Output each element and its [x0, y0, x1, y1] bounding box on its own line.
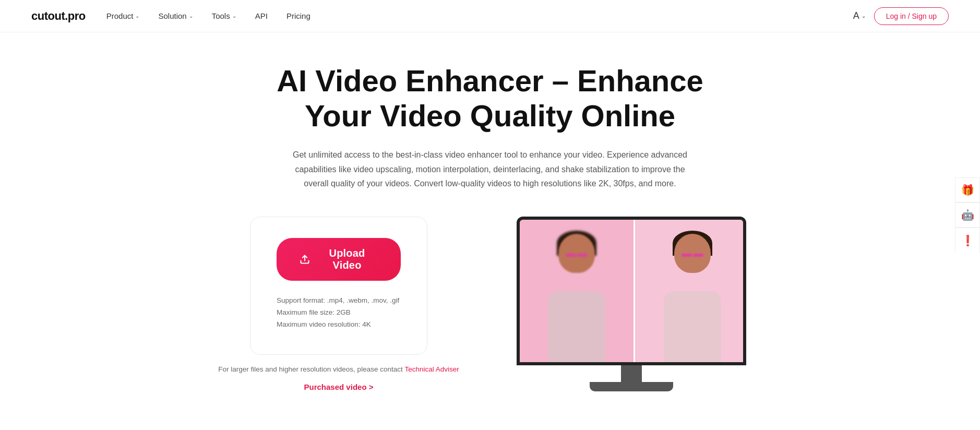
nav-item-solution[interactable]: Solution ⌄	[158, 11, 193, 20]
eye-left	[566, 254, 576, 257]
language-button[interactable]: A ⌄	[853, 10, 866, 21]
format-info: Support format: .mp4, .webm, .mov, .gif	[277, 296, 399, 304]
eye-right	[577, 254, 588, 257]
alert-icon: ❗	[961, 234, 974, 247]
navbar: cutout.pro Product ⌄ Solution ⌄ Tools ⌄	[0, 0, 980, 32]
monitor-area	[501, 217, 762, 391]
nav-tools-label: Tools	[212, 11, 230, 20]
logo[interactable]: cutout.pro	[31, 9, 86, 23]
head-right	[674, 234, 711, 273]
chevron-down-icon: ⌄	[189, 13, 193, 19]
avatar-icon: 🤖	[961, 209, 974, 221]
left-panel: Upload Video Support format: .mp4, .webm…	[218, 217, 459, 391]
alert-widget-button[interactable]: ❗	[955, 228, 980, 253]
monitor-neck	[621, 365, 642, 382]
side-widgets: 🎁 🤖 ❗	[955, 177, 980, 253]
nav-item-pricing[interactable]: Pricing	[286, 11, 310, 20]
monitor-base	[590, 382, 673, 391]
nav-api-label: API	[255, 11, 268, 20]
monitor-display	[517, 217, 746, 391]
gift-icon: 🎁	[961, 184, 974, 196]
video-divider	[634, 220, 635, 365]
eye-left-enhanced	[682, 254, 692, 257]
content-area: Upload Video Support format: .mp4, .webm…	[0, 217, 980, 391]
nav-links: Product ⌄ Solution ⌄ Tools ⌄ API	[106, 11, 310, 20]
login-signup-button[interactable]: Log in / Sign up	[874, 7, 949, 25]
person-before	[540, 223, 613, 364]
resolution-info: Maximum video resolution: 4K	[277, 320, 399, 328]
purchased-video-link[interactable]: Purchased video >	[304, 383, 374, 391]
hero-title: AI Video Enhancer – Enhance Your Video Q…	[255, 64, 725, 133]
nav-product-label: Product	[106, 11, 134, 20]
lang-chevron-icon: ⌄	[862, 13, 866, 19]
avatar-widget-button[interactable]: 🤖	[955, 202, 980, 228]
chevron-down-icon: ⌄	[135, 13, 139, 19]
upload-icon	[300, 254, 310, 265]
navbar-left: cutout.pro Product ⌄ Solution ⌄ Tools ⌄	[31, 9, 310, 23]
upload-card: Upload Video Support format: .mp4, .webm…	[250, 217, 427, 355]
hero-subtitle: Get unlimited access to the best-in-clas…	[286, 148, 694, 190]
monitor-screen	[517, 217, 746, 365]
upload-info: Support format: .mp4, .webm, .mov, .gif …	[277, 296, 399, 328]
upload-video-button[interactable]: Upload Video	[277, 238, 401, 281]
upload-button-label: Upload Video	[316, 247, 378, 271]
chevron-down-icon: ⌄	[232, 13, 236, 19]
head-left	[558, 234, 595, 273]
nav-item-product[interactable]: Product ⌄	[106, 11, 140, 20]
technical-adviser-link[interactable]: Technical Adviser	[404, 365, 459, 373]
monitor-bezel	[520, 220, 746, 365]
nav-item-tools[interactable]: Tools ⌄	[212, 11, 236, 20]
logo-text: cutout.pro	[31, 9, 86, 22]
body-right	[664, 291, 721, 364]
video-before	[520, 220, 634, 365]
nav-item-api[interactable]: API	[255, 11, 268, 20]
size-info: Maximum file size: 2GB	[277, 308, 399, 316]
nav-solution-label: Solution	[158, 11, 186, 20]
eye-right-enhanced	[693, 254, 703, 257]
gift-widget-button[interactable]: 🎁	[955, 177, 980, 202]
body-left	[548, 291, 605, 364]
navbar-right: A ⌄ Log in / Sign up	[853, 7, 949, 25]
contact-note: For larger files and higher resolution v…	[218, 365, 459, 373]
video-after	[635, 220, 746, 365]
main-content: AI Video Enhancer – Enhance Your Video Q…	[0, 32, 980, 391]
translate-icon: A	[853, 10, 859, 21]
person-after	[656, 223, 729, 364]
nav-pricing-label: Pricing	[286, 11, 310, 20]
